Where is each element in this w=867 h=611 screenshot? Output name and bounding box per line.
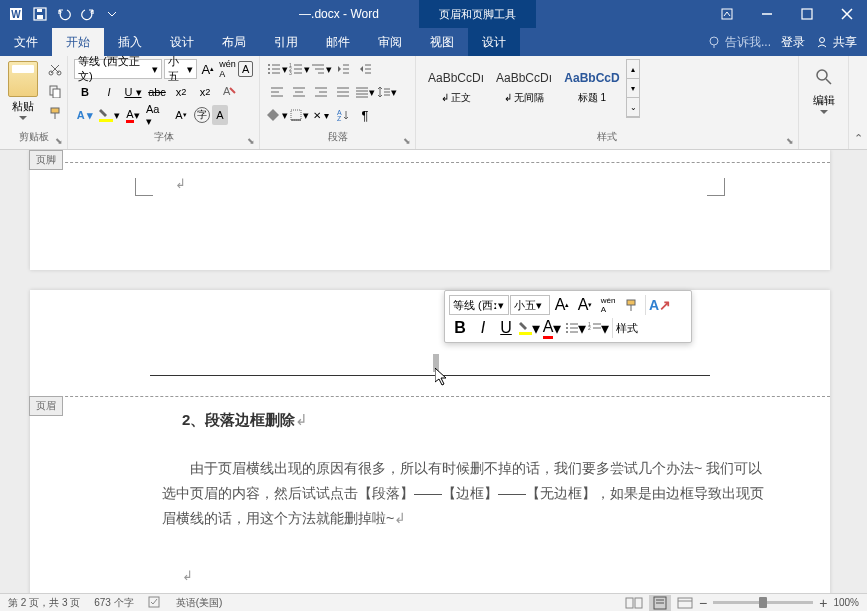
mini-format-painter[interactable] bbox=[620, 295, 642, 315]
paste-button[interactable]: 粘贴 bbox=[6, 59, 40, 128]
mini-size-combo[interactable]: 小五▾ bbox=[510, 295, 550, 315]
svg-point-73 bbox=[566, 331, 568, 333]
text-effects-button[interactable]: A ▾ bbox=[74, 105, 96, 125]
mini-bold[interactable]: B bbox=[449, 318, 471, 338]
shrink-font-button[interactable]: A▾ bbox=[170, 105, 192, 125]
gallery-more-button[interactable]: ⌄ bbox=[627, 98, 639, 117]
gallery-up-button[interactable]: ▴ bbox=[627, 60, 639, 79]
character-shading-button[interactable]: A bbox=[212, 105, 228, 125]
mini-underline[interactable]: U bbox=[495, 318, 517, 338]
mini-shrink-font[interactable]: A▾ bbox=[574, 295, 596, 315]
mini-grow-font[interactable]: A▴ bbox=[551, 295, 573, 315]
change-case-button[interactable]: Aa ▾ bbox=[146, 105, 168, 125]
svg-rect-80 bbox=[626, 598, 633, 608]
signin-link[interactable]: 登录 bbox=[781, 34, 805, 51]
distribute-button[interactable]: ▾ bbox=[354, 82, 376, 102]
bullets-button[interactable]: ▾ bbox=[266, 59, 288, 79]
tab-review[interactable]: 审阅 bbox=[364, 28, 416, 56]
strikethrough-button[interactable]: abc bbox=[146, 82, 168, 102]
tab-home[interactable]: 开始 bbox=[52, 28, 104, 56]
save-icon[interactable] bbox=[30, 4, 50, 24]
tab-design[interactable]: 设计 bbox=[156, 28, 208, 56]
share-button[interactable]: 共享 bbox=[815, 34, 857, 51]
ribbon-display-options[interactable] bbox=[707, 0, 747, 28]
align-center-button[interactable] bbox=[288, 82, 310, 102]
font-name-combo[interactable]: 等线 (西文正文)▾ bbox=[74, 59, 162, 79]
asian-layout-button[interactable]: ✕ ▾ bbox=[310, 105, 332, 125]
justify-button[interactable] bbox=[332, 82, 354, 102]
tab-view[interactable]: 视图 bbox=[416, 28, 468, 56]
phonetic-guide-button[interactable]: wénA bbox=[219, 59, 237, 79]
maximize-button[interactable] bbox=[787, 0, 827, 28]
qat-more-icon[interactable] bbox=[102, 4, 122, 24]
zoom-in-button[interactable]: + bbox=[819, 595, 827, 611]
find-button[interactable] bbox=[810, 63, 838, 91]
decrease-indent-button[interactable] bbox=[332, 59, 354, 79]
increase-indent-button[interactable] bbox=[354, 59, 376, 79]
close-button[interactable] bbox=[827, 0, 867, 28]
superscript-button[interactable]: x2 bbox=[194, 82, 216, 102]
font-color-button[interactable]: A ▾ bbox=[122, 105, 144, 125]
mini-phonetic[interactable]: wénA bbox=[597, 295, 619, 315]
format-painter-button[interactable] bbox=[44, 103, 66, 123]
align-left-button[interactable] bbox=[266, 82, 288, 102]
show-marks-button[interactable]: ¶ bbox=[354, 105, 376, 125]
mini-font-color[interactable]: A ▾ bbox=[541, 318, 563, 338]
mini-styles-button[interactable]: A↗ bbox=[649, 297, 671, 313]
clear-formatting-button[interactable]: A bbox=[218, 82, 240, 102]
tellme-search[interactable]: 告诉我... bbox=[707, 34, 771, 51]
minimize-button[interactable] bbox=[747, 0, 787, 28]
mini-numbering[interactable]: 12▾ bbox=[587, 318, 609, 338]
italic-button[interactable]: I bbox=[98, 82, 120, 102]
highlight-button[interactable]: ▾ bbox=[98, 105, 120, 125]
status-language[interactable]: 英语(美国) bbox=[176, 596, 223, 610]
tab-hf-design[interactable]: 设计 bbox=[468, 28, 520, 56]
font-dialog-launcher[interactable]: ⬊ bbox=[245, 135, 257, 147]
view-print-layout[interactable] bbox=[649, 595, 671, 611]
svg-rect-5 bbox=[37, 9, 42, 12]
tab-file[interactable]: 文件 bbox=[0, 28, 52, 56]
undo-icon[interactable] bbox=[54, 4, 74, 24]
enclose-characters-button[interactable]: 字 bbox=[194, 107, 210, 123]
status-page[interactable]: 第 2 页，共 3 页 bbox=[8, 596, 80, 610]
line-spacing-button[interactable]: ▾ bbox=[376, 82, 398, 102]
mini-bullets[interactable]: ▾ bbox=[564, 318, 586, 338]
zoom-level[interactable]: 100% bbox=[833, 597, 859, 608]
borders-button[interactable]: ▾ bbox=[288, 105, 310, 125]
view-web-layout[interactable] bbox=[677, 596, 693, 610]
mini-font-combo[interactable]: 等线 (西ː▾ bbox=[449, 295, 509, 315]
view-read-mode[interactable] bbox=[625, 596, 643, 610]
style-heading1[interactable]: AaBbCcD 标题 1 bbox=[558, 59, 626, 117]
style-nospacing[interactable]: AaBbCcDı ↲ 无间隔 bbox=[490, 59, 558, 117]
numbering-button[interactable]: 123▾ bbox=[288, 59, 310, 79]
align-right-button[interactable] bbox=[310, 82, 332, 102]
sort-button[interactable]: AZ bbox=[332, 105, 354, 125]
mini-highlight[interactable]: ▾ bbox=[518, 318, 540, 338]
gallery-down-button[interactable]: ▾ bbox=[627, 79, 639, 98]
tab-layout[interactable]: 布局 bbox=[208, 28, 260, 56]
copy-button[interactable] bbox=[44, 81, 66, 101]
styles-dialog-launcher[interactable]: ⬊ bbox=[784, 135, 796, 147]
cut-button[interactable] bbox=[44, 59, 66, 79]
tab-insert[interactable]: 插入 bbox=[104, 28, 156, 56]
status-proofing-icon[interactable] bbox=[148, 596, 162, 610]
tab-references[interactable]: 引用 bbox=[260, 28, 312, 56]
status-words[interactable]: 673 个字 bbox=[94, 596, 133, 610]
shading-button[interactable]: ▾ bbox=[266, 105, 288, 125]
multilevel-list-button[interactable]: ▾ bbox=[310, 59, 332, 79]
tab-mailings[interactable]: 邮件 bbox=[312, 28, 364, 56]
style-normal[interactable]: AaBbCcDı ↲ 正文 bbox=[422, 59, 490, 117]
collapse-ribbon-button[interactable]: ⌃ bbox=[854, 132, 863, 145]
paragraph-dialog-launcher[interactable]: ⬊ bbox=[401, 135, 413, 147]
zoom-slider[interactable] bbox=[713, 601, 813, 604]
zoom-out-button[interactable]: − bbox=[699, 595, 707, 611]
clipboard-dialog-launcher[interactable]: ⬊ bbox=[53, 135, 65, 147]
bold-button[interactable]: B bbox=[74, 82, 96, 102]
font-size-combo[interactable]: 小五▾ bbox=[164, 59, 198, 79]
grow-font-button[interactable]: A▴ bbox=[199, 59, 217, 79]
character-border-button[interactable]: A bbox=[238, 61, 253, 77]
subscript-button[interactable]: x2 bbox=[170, 82, 192, 102]
mini-italic[interactable]: I bbox=[472, 318, 494, 338]
redo-icon[interactable] bbox=[78, 4, 98, 24]
underline-button[interactable]: U ▾ bbox=[122, 82, 144, 102]
